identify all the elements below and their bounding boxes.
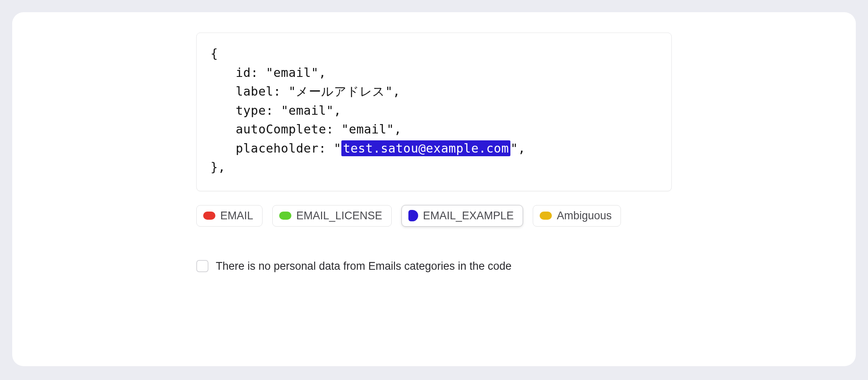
- code-line-type: type: "email",: [210, 101, 658, 120]
- tag-ambiguous[interactable]: Ambiguous: [533, 205, 621, 227]
- code-line-autocomplete: autoComplete: "email",: [210, 120, 658, 139]
- no-personal-data-checkbox[interactable]: There is no personal data from Emails ca…: [196, 260, 672, 273]
- code-line-open: {: [210, 44, 658, 63]
- swatch-blue-icon: [408, 210, 418, 221]
- code-line-label: label: "メールアドレス",: [210, 82, 658, 101]
- checkbox-box-icon: [196, 260, 208, 272]
- code-line-close: },: [210, 158, 658, 177]
- tag-email-license-label: EMAIL_LICENSE: [296, 210, 382, 222]
- tag-email-example[interactable]: EMAIL_EXAMPLE: [401, 205, 523, 227]
- content-wrapper: {id: "email",label: "メールアドレス",type: "ema…: [196, 33, 672, 273]
- tag-email-license[interactable]: EMAIL_LICENSE: [272, 205, 392, 227]
- code-line-id: id: "email",: [210, 63, 658, 83]
- annotation-card: {id: "email",label: "メールアドレス",type: "ema…: [12, 12, 856, 366]
- highlighted-email-token[interactable]: test.satou@example.com: [341, 140, 510, 156]
- tag-email[interactable]: EMAIL: [196, 205, 263, 227]
- tag-email-example-label: EMAIL_EXAMPLE: [423, 210, 514, 222]
- code-line-placeholder: placeholder: "test.satou@example.com",: [210, 139, 658, 158]
- swatch-red-icon: [203, 212, 215, 220]
- category-tags-row: EMAIL EMAIL_LICENSE EMAIL_EXAMPLE Ambigu…: [196, 205, 672, 227]
- swatch-green-icon: [279, 212, 291, 220]
- code-snippet-block[interactable]: {id: "email",label: "メールアドレス",type: "ema…: [196, 33, 672, 191]
- checkbox-label: There is no personal data from Emails ca…: [216, 260, 512, 273]
- tag-email-label: EMAIL: [220, 210, 253, 222]
- tag-ambiguous-label: Ambiguous: [557, 210, 612, 222]
- swatch-yellow-icon: [540, 212, 552, 220]
